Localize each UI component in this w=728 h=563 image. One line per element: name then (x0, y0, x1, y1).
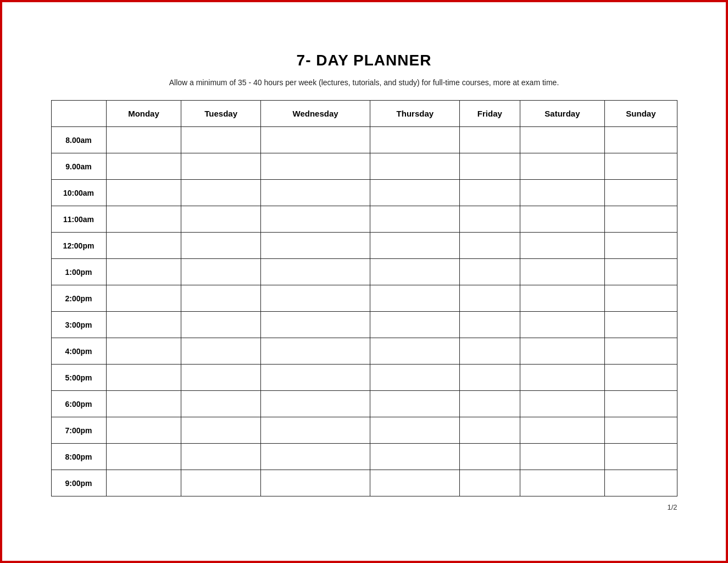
schedule-cell[interactable] (370, 233, 460, 259)
schedule-cell[interactable] (260, 338, 370, 365)
schedule-cell[interactable] (181, 417, 260, 444)
schedule-cell[interactable] (520, 259, 605, 285)
schedule-cell[interactable] (260, 285, 370, 312)
schedule-cell[interactable] (181, 470, 260, 496)
schedule-cell[interactable] (460, 365, 520, 391)
schedule-cell[interactable] (460, 153, 520, 180)
schedule-cell[interactable] (460, 338, 520, 365)
schedule-cell[interactable] (181, 391, 260, 417)
schedule-cell[interactable] (370, 391, 460, 417)
schedule-cell[interactable] (106, 180, 181, 206)
schedule-cell[interactable] (260, 153, 370, 180)
schedule-cell[interactable] (106, 444, 181, 470)
schedule-cell[interactable] (260, 417, 370, 444)
schedule-cell[interactable] (520, 365, 605, 391)
schedule-cell[interactable] (460, 391, 520, 417)
schedule-cell[interactable] (520, 127, 605, 153)
schedule-cell[interactable] (181, 233, 260, 259)
schedule-cell[interactable] (260, 391, 370, 417)
schedule-cell[interactable] (605, 127, 677, 153)
schedule-cell[interactable] (520, 338, 605, 365)
schedule-cell[interactable] (605, 312, 677, 338)
schedule-cell[interactable] (605, 180, 677, 206)
schedule-cell[interactable] (106, 153, 181, 180)
schedule-cell[interactable] (181, 365, 260, 391)
schedule-cell[interactable] (520, 470, 605, 496)
schedule-cell[interactable] (460, 233, 520, 259)
schedule-cell[interactable] (520, 206, 605, 233)
schedule-cell[interactable] (370, 470, 460, 496)
schedule-cell[interactable] (605, 233, 677, 259)
schedule-cell[interactable] (605, 365, 677, 391)
schedule-cell[interactable] (370, 417, 460, 444)
schedule-cell[interactable] (460, 417, 520, 444)
schedule-cell[interactable] (181, 180, 260, 206)
schedule-cell[interactable] (520, 285, 605, 312)
schedule-cell[interactable] (260, 206, 370, 233)
schedule-cell[interactable] (460, 180, 520, 206)
schedule-cell[interactable] (260, 259, 370, 285)
schedule-cell[interactable] (106, 365, 181, 391)
schedule-cell[interactable] (181, 285, 260, 312)
schedule-cell[interactable] (106, 206, 181, 233)
schedule-cell[interactable] (370, 444, 460, 470)
schedule-cell[interactable] (460, 444, 520, 470)
schedule-cell[interactable] (520, 233, 605, 259)
schedule-cell[interactable] (605, 470, 677, 496)
schedule-cell[interactable] (370, 180, 460, 206)
schedule-cell[interactable] (605, 206, 677, 233)
schedule-cell[interactable] (605, 285, 677, 312)
schedule-cell[interactable] (181, 312, 260, 338)
schedule-cell[interactable] (605, 259, 677, 285)
schedule-cell[interactable] (460, 259, 520, 285)
schedule-cell[interactable] (106, 470, 181, 496)
schedule-cell[interactable] (181, 259, 260, 285)
schedule-cell[interactable] (181, 127, 260, 153)
schedule-cell[interactable] (370, 312, 460, 338)
schedule-cell[interactable] (370, 153, 460, 180)
schedule-cell[interactable] (370, 338, 460, 365)
schedule-cell[interactable] (605, 391, 677, 417)
schedule-cell[interactable] (605, 444, 677, 470)
page-number: 1/2 (51, 503, 677, 511)
schedule-cell[interactable] (370, 365, 460, 391)
schedule-cell[interactable] (460, 470, 520, 496)
schedule-cell[interactable] (260, 180, 370, 206)
schedule-cell[interactable] (605, 338, 677, 365)
schedule-cell[interactable] (106, 259, 181, 285)
schedule-cell[interactable] (460, 312, 520, 338)
schedule-cell[interactable] (106, 391, 181, 417)
schedule-cell[interactable] (520, 180, 605, 206)
schedule-cell[interactable] (106, 127, 181, 153)
schedule-cell[interactable] (370, 285, 460, 312)
schedule-cell[interactable] (106, 338, 181, 365)
schedule-cell[interactable] (181, 206, 260, 233)
schedule-cell[interactable] (260, 365, 370, 391)
schedule-cell[interactable] (260, 312, 370, 338)
schedule-cell[interactable] (260, 470, 370, 496)
schedule-cell[interactable] (181, 153, 260, 180)
schedule-cell[interactable] (260, 127, 370, 153)
schedule-cell[interactable] (460, 206, 520, 233)
schedule-cell[interactable] (370, 259, 460, 285)
schedule-cell[interactable] (106, 417, 181, 444)
schedule-cell[interactable] (520, 391, 605, 417)
schedule-cell[interactable] (260, 444, 370, 470)
schedule-cell[interactable] (260, 233, 370, 259)
schedule-cell[interactable] (181, 338, 260, 365)
schedule-cell[interactable] (106, 233, 181, 259)
schedule-cell[interactable] (460, 127, 520, 153)
schedule-cell[interactable] (605, 153, 677, 180)
schedule-cell[interactable] (106, 285, 181, 312)
schedule-cell[interactable] (520, 417, 605, 444)
schedule-cell[interactable] (520, 312, 605, 338)
schedule-cell[interactable] (520, 153, 605, 180)
schedule-cell[interactable] (370, 127, 460, 153)
schedule-cell[interactable] (460, 285, 520, 312)
table-row: 5:00pm (51, 365, 677, 391)
schedule-cell[interactable] (370, 206, 460, 233)
schedule-cell[interactable] (520, 444, 605, 470)
schedule-cell[interactable] (181, 444, 260, 470)
schedule-cell[interactable] (605, 417, 677, 444)
schedule-cell[interactable] (106, 312, 181, 338)
